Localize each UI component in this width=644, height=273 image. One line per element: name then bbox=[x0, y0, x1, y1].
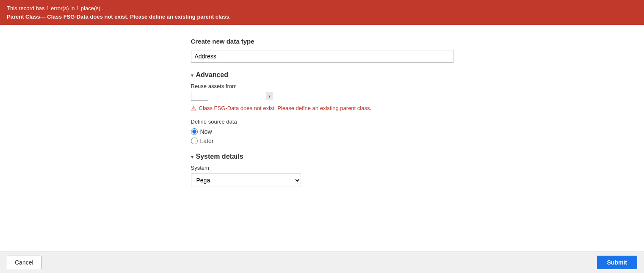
define-source-label: Define source data bbox=[191, 119, 453, 125]
warning-icon: ⚠ bbox=[191, 105, 196, 112]
form-container: Create new data type ▾ Advanced Reuse as… bbox=[191, 38, 453, 187]
error-line2: Parent Class— Class FSG-Data does not ex… bbox=[7, 13, 637, 21]
error-banner: This record has 1 error(s) in 1 place(s)… bbox=[0, 0, 644, 25]
system-chevron-icon: ▾ bbox=[191, 154, 193, 160]
advanced-chevron-icon: ▾ bbox=[191, 72, 193, 78]
main-content: Create new data type ▾ Advanced Reuse as… bbox=[0, 25, 644, 221]
inline-error-message: ⚠ Class FSG-Data does not exist. Please … bbox=[191, 105, 453, 112]
radio-later-label: Later bbox=[200, 138, 214, 144]
system-dropdown[interactable]: Pega bbox=[191, 174, 301, 187]
advanced-section-title: Advanced bbox=[196, 71, 228, 79]
inline-error-text: Class FSG-Data does not exist. Please de… bbox=[199, 105, 372, 111]
advanced-section-header[interactable]: ▾ Advanced bbox=[191, 71, 453, 79]
reuse-assets-dropdown-arrow[interactable]: ▾ bbox=[266, 92, 273, 100]
define-source-radio-group: Now Later bbox=[191, 128, 453, 144]
radio-later[interactable]: Later bbox=[191, 138, 453, 144]
system-label: System bbox=[191, 165, 453, 171]
error-line1: This record has 1 error(s) in 1 place(s)… bbox=[7, 4, 637, 13]
submit-button[interactable]: Submit bbox=[597, 256, 637, 269]
form-title: Create new data type bbox=[191, 38, 453, 45]
radio-later-input[interactable] bbox=[191, 138, 198, 144]
system-section-header[interactable]: ▾ System details bbox=[191, 153, 453, 160]
reuse-assets-dropdown[interactable]: ▾ bbox=[191, 92, 208, 101]
reuse-assets-input[interactable] bbox=[191, 92, 266, 100]
system-section-title: System details bbox=[196, 153, 243, 160]
radio-now[interactable]: Now bbox=[191, 128, 453, 135]
footer: Cancel Submit bbox=[0, 251, 644, 273]
data-type-input[interactable] bbox=[191, 50, 453, 63]
radio-now-input[interactable] bbox=[191, 128, 198, 135]
cancel-button[interactable]: Cancel bbox=[7, 256, 41, 269]
reuse-assets-label: Reuse assets from bbox=[191, 83, 453, 89]
radio-now-label: Now bbox=[200, 128, 212, 135]
